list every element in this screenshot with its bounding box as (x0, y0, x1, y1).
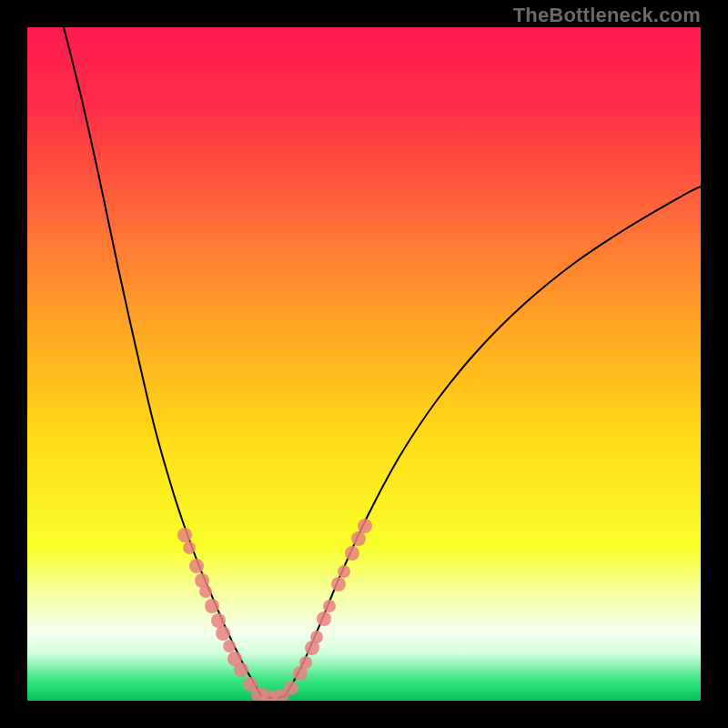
plot-svg (27, 27, 701, 701)
scatter-dot (183, 541, 196, 554)
scatter-dot (234, 662, 248, 677)
scatter-dots (177, 519, 372, 701)
scatter-dot (358, 519, 372, 533)
scatter-dot (223, 640, 236, 652)
scatter-dot (284, 681, 298, 695)
watermark-text: TheBottleneck.com (513, 4, 701, 27)
scatter-dot (299, 656, 312, 669)
scatter-dot (211, 613, 226, 628)
scatter-dot (199, 585, 212, 598)
scatter-dot (338, 565, 350, 578)
curve-right-branch (285, 187, 701, 696)
scatter-dot (331, 577, 346, 592)
scatter-dot (345, 546, 359, 561)
scatter-dot (317, 612, 331, 626)
scatter-dot (323, 600, 336, 612)
scatter-dot (177, 528, 192, 542)
scatter-dot (205, 599, 219, 613)
curve-left-branch (64, 27, 261, 696)
scatter-dot (216, 626, 230, 641)
scatter-dot (351, 531, 366, 546)
scatter-dot (310, 631, 323, 643)
scatter-dot (189, 559, 204, 573)
plot-area (27, 27, 701, 701)
